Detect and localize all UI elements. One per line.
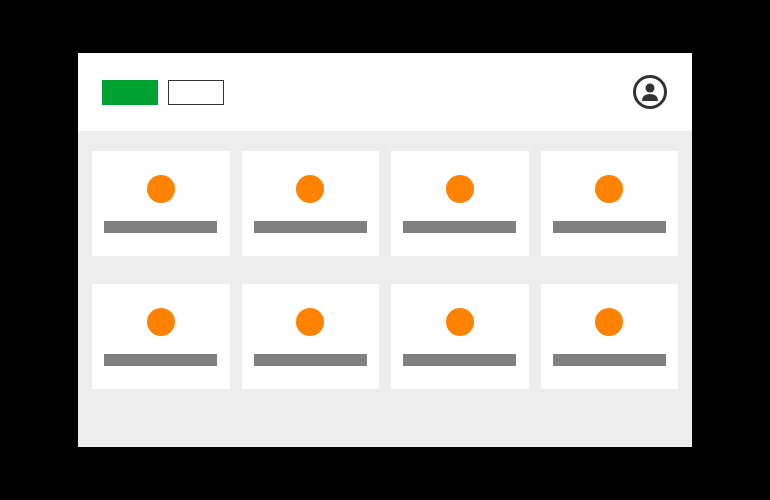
content-card[interactable] [541,284,679,389]
card-placeholder-bar [553,354,666,366]
card-row [92,151,678,256]
card-dot-icon [296,308,324,336]
content-card[interactable] [92,284,230,389]
card-dot-icon [595,175,623,203]
card-dot-icon [147,175,175,203]
card-placeholder-bar [403,354,516,366]
svg-point-1 [646,84,655,93]
card-placeholder-bar [403,221,516,233]
tab-inactive[interactable] [168,80,224,105]
content-card[interactable] [242,284,380,389]
app-window [78,53,692,447]
card-dot-icon [595,308,623,336]
card-dot-icon [147,308,175,336]
content-card[interactable] [92,151,230,256]
tab-active[interactable] [102,80,158,105]
user-icon[interactable] [632,74,668,110]
content-card[interactable] [242,151,380,256]
card-dot-icon [446,308,474,336]
content-card[interactable] [391,151,529,256]
card-placeholder-bar [254,354,367,366]
card-row [92,284,678,389]
header [78,53,692,131]
card-dot-icon [296,175,324,203]
card-placeholder-bar [104,354,217,366]
content-card[interactable] [391,284,529,389]
card-placeholder-bar [104,221,217,233]
card-placeholder-bar [553,221,666,233]
content-area [78,131,692,447]
card-dot-icon [446,175,474,203]
card-placeholder-bar [254,221,367,233]
content-card[interactable] [541,151,679,256]
header-tabs [102,80,224,105]
